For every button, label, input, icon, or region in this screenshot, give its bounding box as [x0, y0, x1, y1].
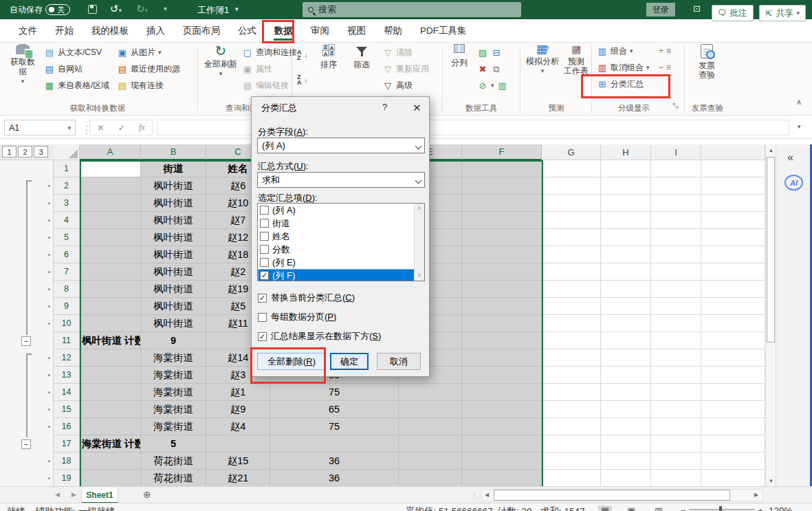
cell-G3[interactable] [542, 195, 601, 212]
cell-F14[interactable] [462, 384, 542, 401]
cell-G8[interactable] [542, 281, 601, 298]
sort-button[interactable]: ZAAZ 排序 [315, 44, 342, 69]
tab-PDF工具集[interactable]: PDF工具集 [411, 19, 476, 42]
cell-I10[interactable] [651, 315, 701, 332]
cell-B16[interactable]: 海棠街道 [141, 418, 206, 435]
outline-dialog-launcher-icon[interactable]: ⤡ [672, 102, 678, 110]
collapse-panel-icon[interactable]: « [787, 151, 793, 164]
cell-A5[interactable] [80, 229, 141, 246]
cell-3[interactable] [701, 195, 765, 212]
cell-E19[interactable] [399, 470, 462, 486]
tab-视图[interactable]: 视图 [338, 19, 375, 42]
cell-I5[interactable] [651, 229, 701, 246]
cell-F13[interactable] [462, 367, 542, 384]
cell-F15[interactable] [462, 401, 542, 418]
checkbox-icon[interactable]: ✓ [258, 294, 267, 303]
cell-I4[interactable] [651, 212, 701, 229]
scroll-left-icon[interactable]: ◀ [485, 492, 489, 498]
row-header-18[interactable]: 18 [54, 453, 80, 470]
cell-A9[interactable] [80, 298, 141, 315]
signin-button[interactable]: 登录 [646, 3, 675, 17]
dialog-option-1[interactable]: 每组数据分页(P) [258, 311, 336, 323]
cell-F2[interactable] [462, 177, 542, 195]
cell-G14[interactable] [542, 384, 601, 401]
recent-sources-button[interactable]: ▤最近使用的源 [117, 62, 180, 76]
dialog-close-icon[interactable]: ✕ [413, 102, 421, 114]
cell-A6[interactable] [80, 246, 141, 263]
vertical-scroll-thumb[interactable] [767, 157, 775, 343]
vertical-scrollbar[interactable]: ▲ ▼ [765, 144, 776, 486]
cell-F9[interactable] [462, 298, 542, 315]
cell-A17[interactable]: 海棠街道 计数 [80, 435, 141, 453]
cell-E18[interactable] [399, 453, 462, 470]
save-icon[interactable] [88, 5, 97, 14]
cell-A1[interactable] [80, 160, 141, 177]
cell-C15[interactable]: 赵9 [206, 401, 270, 418]
cell-D16[interactable]: 75 [270, 418, 399, 435]
horizontal-scroll-thumb[interactable] [494, 490, 730, 501]
outline-level-2[interactable]: 2 [18, 146, 32, 157]
cell-F10[interactable] [462, 315, 542, 332]
cell-I11[interactable] [651, 332, 701, 349]
cell-G7[interactable] [542, 263, 601, 281]
sheet-tab-active[interactable]: Sheet1 [81, 488, 118, 503]
remove-duplicates-icon[interactable]: ⊟ [491, 47, 502, 58]
collapse-ribbon-icon[interactable]: ∧ [796, 98, 802, 107]
cell-F19[interactable] [462, 470, 542, 486]
cell-19[interactable] [701, 470, 765, 486]
cell-B10[interactable]: 枫叶街道 [141, 315, 206, 332]
cell-H11[interactable] [601, 332, 651, 349]
subtotal-item-分数[interactable]: 分数 [258, 243, 424, 256]
cell-A8[interactable] [80, 281, 141, 298]
checkbox-icon[interactable]: ✓ [258, 332, 267, 341]
row-header-8[interactable]: 8 [54, 281, 80, 298]
cell-A16[interactable] [80, 418, 141, 435]
cell-H1[interactable] [601, 160, 651, 177]
cell-I18[interactable] [651, 453, 701, 470]
cell-D15[interactable]: 65 [270, 401, 399, 418]
cell-A2[interactable] [80, 177, 141, 195]
invoice-check-button[interactable]: 发票 查验 [692, 44, 722, 80]
cell-18[interactable] [701, 453, 765, 470]
comments-button[interactable]: 🗨 批注 [712, 5, 754, 21]
cell-H6[interactable] [601, 246, 651, 263]
tab-文件[interactable]: 文件 [10, 19, 46, 42]
consolidate-icon[interactable]: ⧉ [491, 64, 502, 74]
cancel-entry-icon[interactable]: ✕ [97, 123, 104, 133]
from-table-range-button[interactable]: ▦来自表格/区域 [44, 78, 109, 92]
cell-10[interactable] [701, 315, 765, 332]
ai-assistant-icon[interactable]: AI [784, 175, 803, 191]
advanced-filter-button[interactable]: ▽高级 [382, 78, 413, 92]
queries-connections-button[interactable]: ▢查询和连接 [242, 45, 297, 59]
page-layout-view-icon[interactable]: ▣ [627, 505, 635, 511]
cell-I15[interactable] [651, 401, 701, 418]
cell-F5[interactable] [462, 229, 542, 246]
subtotal-items-listbox[interactable]: (列 A)街道姓名分数(列 E)✓(列 F) ∧ ∨ [257, 203, 425, 281]
workbook-title[interactable]: 工作簿1 [197, 4, 229, 17]
page-break-view-icon[interactable]: ▥ [655, 505, 663, 511]
cell-B19[interactable]: 荷花街道 [141, 470, 206, 486]
subtotal-item-(列 F)[interactable]: ✓(列 F) [258, 269, 424, 281]
collapse-group-2-button[interactable]: − [21, 439, 31, 449]
row-header-1[interactable]: 1 [54, 160, 80, 177]
cell-B9[interactable]: 枫叶街道 [141, 298, 206, 315]
cell-2[interactable] [701, 177, 765, 195]
row-header-14[interactable]: 14 [54, 384, 80, 401]
tab-scroll-splitter[interactable]: ⋮ [470, 490, 479, 500]
row-header-10[interactable]: 10 [54, 315, 80, 332]
zoom-slider-thumb[interactable] [719, 506, 722, 511]
cell-I1[interactable] [651, 160, 701, 177]
scroll-down-icon[interactable]: ▼ [766, 475, 776, 486]
tab-开始[interactable]: 开始 [46, 19, 83, 42]
cell-B1[interactable]: 街道 [141, 160, 206, 177]
tab-我的模板[interactable]: 我的模板 [83, 19, 138, 42]
next-sheet-icon[interactable]: ▶ [72, 491, 76, 498]
cell-B2[interactable]: 枫叶街道 [141, 177, 206, 195]
cell-E16[interactable] [399, 418, 462, 435]
subtotal-item-(列 E)[interactable]: (列 E) [258, 256, 424, 269]
cell-I12[interactable] [651, 349, 701, 367]
cell-C14[interactable]: 赵1 [206, 384, 270, 401]
collapse-group-1-button[interactable]: − [21, 336, 31, 346]
zoom-in-icon[interactable]: + [758, 505, 763, 511]
expand-formula-bar-icon[interactable]: ▾ [798, 123, 801, 130]
